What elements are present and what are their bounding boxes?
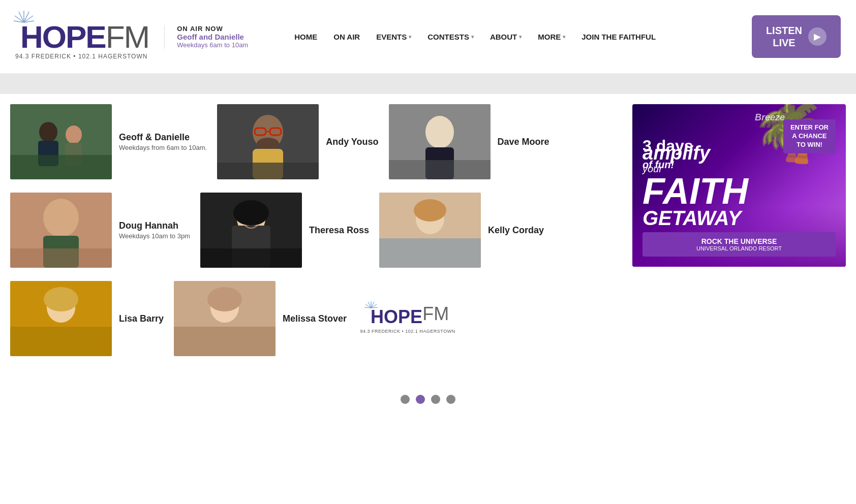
ad-amplify-text: amplify [643, 143, 836, 163]
host-name-lisa-barry: Lisa Barry [119, 313, 164, 324]
host-photo-doug-hannah [10, 193, 112, 268]
svg-rect-33 [200, 248, 302, 268]
host-name-andy-youso: Andy Youso [326, 137, 378, 147]
ad-getaway-text: GETAWAY [643, 208, 836, 228]
svg-rect-37 [379, 238, 481, 268]
host-photo-theresa-ross [200, 193, 302, 268]
host-card-lisa-barry[interactable]: Lisa Barry [10, 281, 164, 356]
svg-rect-45 [174, 327, 276, 356]
pagination-dot-1[interactable] [401, 395, 410, 404]
ad-rock-universe[interactable]: ROCK THE UNIVERSE UNIVERSAL ORLANDO RESO… [643, 232, 836, 257]
logo-rays-icon [11, 10, 37, 35]
nav-on-air[interactable]: ON AIR [325, 28, 368, 45]
contests-chevron-icon: ▾ [471, 34, 474, 40]
melissa-photo-svg [174, 281, 276, 356]
header: HOPE FM 94.3 FREDERICK • 102.1 HAGERSTOW… [0, 0, 856, 74]
about-chevron-icon: ▾ [519, 34, 522, 40]
pagination-dot-4[interactable] [446, 395, 455, 404]
host-card-dave-moore[interactable]: Dave Moore [389, 104, 549, 179]
host-info-dave-moore: Dave Moore [498, 137, 549, 147]
hosts-row-2: Doug Hannah Weekdays 10am to 3pm [10, 193, 622, 273]
on-air-section: ON AIR NOW Geoff and Danielle Weekdays 6… [164, 25, 266, 49]
svg-point-36 [414, 199, 446, 222]
listen-live-text: LISTEN LIVE [766, 24, 802, 49]
geoff-danielle-photo-svg [10, 104, 112, 179]
host-photo-andy-youso [217, 104, 319, 179]
play-icon: ▶ [808, 27, 827, 46]
on-air-name[interactable]: Geoff and Danielle [177, 33, 266, 41]
host-card-hopefm-logo[interactable]: HOPE FM 94.3 FREDERICK • 102.1 HAGERSTOW… [357, 281, 509, 356]
hosts-row-1: Geoff & Danielle Weekdays from 6am to 10… [10, 104, 622, 184]
nav-home[interactable]: HOME [286, 28, 325, 45]
nav-events[interactable]: EVENTS ▾ [368, 28, 419, 45]
host-photo-kelly-corday [379, 193, 481, 268]
host-name-doug-hannah: Doug Hannah [119, 220, 190, 231]
main-nav: HOME ON AIR EVENTS ▾ CONTESTS ▾ ABOUT ▾ … [286, 28, 742, 45]
svg-rect-24 [389, 160, 491, 179]
more-chevron-icon: ▾ [563, 34, 565, 40]
hopefm-logo-freq: 94.3 FREDERICK • 102.1 HAGERSTOWN [360, 329, 455, 334]
svg-point-18 [257, 138, 279, 150]
svg-point-40 [44, 287, 78, 311]
host-photo-melissa-stover [174, 281, 276, 356]
on-air-time: Weekdays 6am to 10am [177, 41, 266, 49]
svg-point-8 [39, 122, 57, 142]
host-info-doug-hannah: Doug Hannah Weekdays 10am to 3pm [119, 220, 190, 240]
pagination-dot-2[interactable] [416, 395, 425, 404]
theresa-photo-svg [200, 193, 302, 268]
logo-fm: FM [106, 19, 149, 55]
nav-contests[interactable]: CONTESTS ▾ [419, 28, 482, 45]
pagination-dot-3[interactable] [431, 395, 440, 404]
logo-wrapper: HOPE FM [15, 14, 149, 55]
host-card-melissa-stover[interactable]: Melissa Stover [174, 281, 347, 356]
host-name-kelly-corday: Kelly Corday [488, 225, 544, 236]
hopefm-logo-fm-text: FM [422, 303, 449, 325]
dave-photo-svg [389, 104, 491, 179]
listen-live-button[interactable]: LISTEN LIVE ▶ [752, 15, 841, 58]
hopefm-logo-display: HOPE FM 94.3 FREDERICK • 102.1 HAGERSTOW… [357, 281, 458, 356]
nav-join-faithful[interactable]: JOIN THE FAITHFUL [573, 28, 664, 45]
svg-point-44 [207, 287, 242, 311]
host-card-andy-youso[interactable]: Andy Youso [217, 104, 378, 179]
svg-point-31 [233, 200, 269, 226]
host-info-geoff-danielle: Geoff & Danielle Weekdays from 6am to 10… [119, 132, 207, 151]
host-card-geoff-danielle[interactable]: Geoff & Danielle Weekdays from 6am to 10… [10, 104, 207, 179]
andy-photo-svg [217, 104, 319, 179]
ad-banner[interactable]: 🌴 🌴 3 days of fun! ENTER FOR A CHANCE TO… [632, 104, 846, 267]
hosts-row-3: Lisa Barry Melissa Stover [10, 281, 622, 361]
svg-point-22 [425, 116, 454, 148]
svg-rect-12 [10, 155, 112, 179]
host-photo-dave-moore [389, 104, 491, 179]
banner-area [0, 74, 856, 94]
host-name-dave-moore: Dave Moore [498, 137, 549, 147]
ad-faith-text: FAITH [643, 175, 836, 208]
hosts-grid: Geoff & Danielle Weekdays from 6am to 10… [10, 104, 622, 369]
host-card-theresa-ross[interactable]: Theresa Ross [200, 193, 369, 268]
nav-more[interactable]: MORE ▾ [530, 28, 573, 45]
host-info-theresa-ross: Theresa Ross [309, 225, 369, 236]
svg-rect-20 [217, 163, 319, 179]
pagination [0, 380, 856, 429]
host-info-lisa-barry: Lisa Barry [119, 313, 164, 324]
kelly-photo-svg [379, 193, 481, 268]
host-info-kelly-corday: Kelly Corday [488, 225, 544, 236]
svg-point-10 [66, 125, 82, 144]
logo-area: HOPE FM 94.3 FREDERICK • 102.1 HAGERSTOW… [15, 14, 149, 60]
svg-point-26 [43, 199, 79, 237]
ad-breeze-text: Breeze [755, 112, 785, 123]
events-chevron-icon: ▾ [409, 34, 411, 40]
host-card-kelly-corday[interactable]: Kelly Corday [379, 193, 544, 268]
host-card-doug-hannah[interactable]: Doug Hannah Weekdays 10am to 3pm [10, 193, 190, 268]
svg-rect-28 [10, 248, 112, 268]
host-info-andy-youso: Andy Youso [326, 137, 378, 147]
main-content: Geoff & Danielle Weekdays from 6am to 10… [0, 94, 856, 380]
host-time-doug-hannah: Weekdays 10am to 3pm [119, 232, 190, 240]
host-name-theresa-ross: Theresa Ross [309, 225, 369, 236]
sidebar-ad: 🌴 🌴 3 days of fun! ENTER FOR A CHANCE TO… [632, 104, 846, 369]
host-info-melissa-stover: Melissa Stover [283, 313, 347, 324]
host-name-melissa-stover: Melissa Stover [283, 313, 347, 324]
host-photo-geoff-danielle [10, 104, 112, 179]
lisa-photo-svg [10, 281, 112, 356]
nav-about[interactable]: ABOUT ▾ [482, 28, 530, 45]
host-time-geoff-danielle: Weekdays from 6am to 10am. [119, 144, 207, 151]
